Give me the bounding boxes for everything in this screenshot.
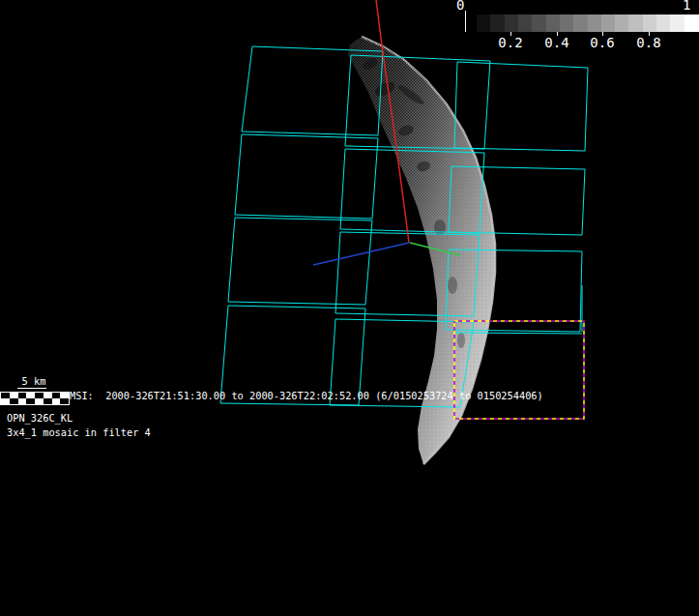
colorbar-step bbox=[588, 15, 602, 32]
asteroid-crater-shadow bbox=[457, 333, 465, 348]
mosaic-description: 3x4_1 mosaic in filter 4 bbox=[7, 426, 151, 438]
colorbar-step bbox=[643, 15, 657, 32]
status-line: MSI: 2000-326T21:51:30.00 to 2000-326T22… bbox=[70, 390, 543, 401]
colorbar-step bbox=[601, 15, 616, 32]
colorbar-max-label: 1 bbox=[683, 0, 690, 11]
mosaic-footprint bbox=[235, 134, 378, 219]
colorbar-step bbox=[684, 15, 699, 32]
colorbar-step bbox=[656, 15, 671, 32]
colorbar-tick-label: 0.8 bbox=[631, 35, 666, 50]
viewport-3d[interactable] bbox=[0, 0, 699, 616]
colorbar-gradient-bar bbox=[477, 15, 698, 32]
mosaic-footprint bbox=[454, 62, 588, 151]
colorbar-zero-tick bbox=[465, 11, 466, 32]
scalebar-cell bbox=[10, 398, 18, 404]
colorbar-step bbox=[490, 15, 505, 32]
colorbar-step bbox=[628, 15, 643, 32]
colorbar-tick-label: 0.6 bbox=[585, 35, 620, 50]
axis-line-blue bbox=[313, 243, 409, 265]
colorbar-min-label: 0 bbox=[456, 0, 464, 11]
scalebar-cell bbox=[35, 398, 44, 404]
scalebar-checkerboard bbox=[0, 392, 70, 405]
colorbar-step bbox=[518, 15, 533, 32]
app-window: 0 1 0.20.40.60.8 5 km MSI: 2000-326T21:5… bbox=[0, 0, 699, 616]
colorbar-step bbox=[615, 15, 629, 32]
scalebar-label: 5 km bbox=[0, 375, 68, 387]
scalebar-cell bbox=[26, 398, 35, 404]
scalebar-cell bbox=[18, 398, 27, 404]
colorbar-step bbox=[573, 15, 588, 32]
scalebar-cell bbox=[1, 398, 10, 404]
colorbar-step bbox=[560, 15, 574, 32]
mosaic-footprint bbox=[228, 218, 372, 305]
opnav-id: OPN_326C_KL bbox=[7, 412, 73, 424]
asteroid-crater-shadow bbox=[434, 220, 446, 235]
colorbar-step bbox=[670, 15, 684, 32]
scalebar-cell bbox=[44, 398, 52, 404]
scalebar-cell bbox=[60, 398, 69, 404]
asteroid-crater-shadow bbox=[448, 277, 457, 294]
colorbar-tick-label: 0.4 bbox=[539, 35, 574, 50]
colorbar-step bbox=[546, 15, 561, 32]
scalebar-cell bbox=[52, 398, 61, 404]
colorbar-step bbox=[477, 15, 491, 32]
colorbar-step bbox=[532, 15, 546, 32]
colorbar-step bbox=[505, 15, 519, 32]
colorbar-tick-label: 0.2 bbox=[493, 35, 528, 50]
scalebar-underline bbox=[17, 388, 46, 389]
